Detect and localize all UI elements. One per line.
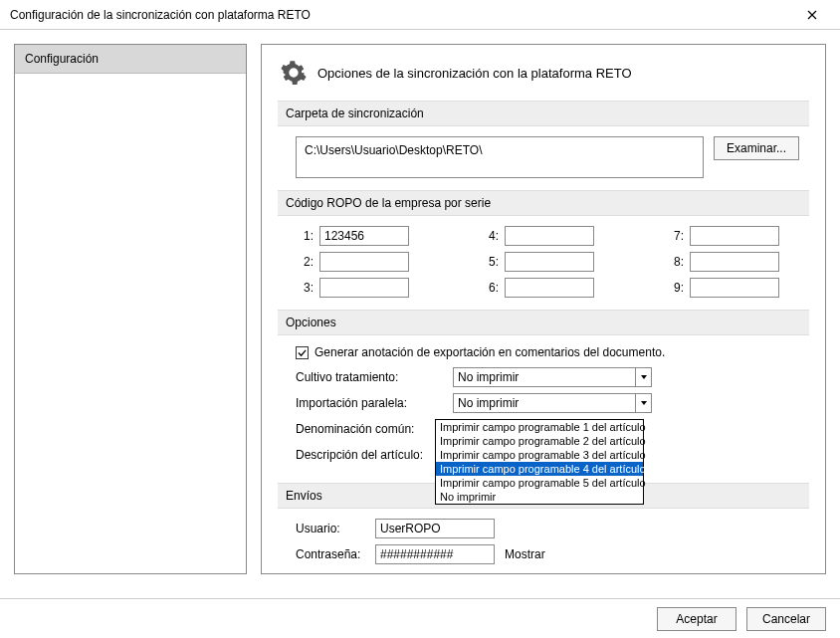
section-options: Opciones (278, 310, 809, 335)
ropo-input-6[interactable] (505, 278, 594, 298)
ropo-input-7[interactable] (690, 226, 779, 246)
ropo-label-1: 1: (296, 229, 314, 243)
input-contrasena[interactable] (375, 544, 495, 564)
sidebar: Configuración (14, 44, 247, 574)
ropo-input-4[interactable] (505, 226, 594, 246)
dropdown-item[interactable]: Imprimir campo programable 5 del artícul… (436, 476, 643, 490)
ropo-label-3: 3: (296, 281, 314, 295)
checkbox-label: Generar anotación de exportación en come… (315, 345, 665, 359)
combo-cultivo[interactable]: No imprimir (453, 367, 652, 387)
section-sync-folder: Carpeta de sincronización (278, 101, 809, 126)
ropo-input-5[interactable] (505, 252, 594, 272)
label-denominacion: Denominación común: (296, 422, 445, 436)
ropo-input-9[interactable] (690, 278, 779, 298)
ropo-input-3[interactable] (319, 278, 409, 298)
main-panel: Opciones de la sincronización con la pla… (261, 44, 826, 574)
ropo-input-2[interactable] (319, 252, 409, 272)
combo-importacion-value: No imprimir (458, 396, 519, 410)
check-icon (298, 348, 307, 357)
close-button[interactable] (792, 1, 832, 29)
ropo-label-8: 8: (666, 255, 684, 269)
dropdown-item[interactable]: Imprimir campo programable 3 del artícul… (436, 448, 643, 462)
chevron-down-icon (635, 394, 651, 412)
ropo-label-7: 7: (666, 229, 684, 243)
sidebar-item-configuracion[interactable]: Configuración (15, 45, 246, 74)
content-area: Configuración Opciones de la sincronizac… (0, 30, 840, 588)
titlebar: Configuración de la sincronización con p… (0, 0, 840, 30)
show-password-link[interactable]: Mostrar (505, 547, 545, 561)
checkbox-box (296, 346, 309, 359)
checkbox-generate-annotation[interactable]: Generar anotación de exportación en come… (296, 345, 665, 359)
ropo-label-9: 9: (666, 281, 684, 295)
input-usuario[interactable] (375, 519, 495, 538)
ropo-input-1[interactable] (319, 226, 409, 246)
combo-cultivo-value: No imprimir (458, 370, 519, 384)
ropo-label-4: 4: (481, 229, 499, 243)
dropdown-item[interactable]: Imprimir campo programable 1 del artícul… (436, 420, 643, 434)
label-importacion: Importación paralela: (296, 396, 445, 410)
panel-title: Opciones de la sincronización con la pla… (317, 66, 632, 81)
sidebar-item-label: Configuración (25, 52, 99, 66)
cancel-button[interactable]: Cancelar (746, 607, 826, 631)
section-ropo: Código ROPO de la empresa por serie (278, 190, 809, 216)
label-cultivo: Cultivo tratamiento: (296, 370, 445, 384)
browse-button[interactable]: Examinar... (714, 136, 799, 160)
combo-importacion[interactable]: No imprimir (453, 393, 652, 413)
label-contrasena: Contraseña: (296, 547, 365, 561)
chevron-down-icon (635, 368, 651, 386)
ropo-input-8[interactable] (690, 252, 779, 272)
label-usuario: Usuario: (296, 522, 365, 535)
panel-header: Opciones de la sincronización con la pla… (280, 59, 809, 87)
ropo-label-2: 2: (296, 255, 314, 269)
window-title: Configuración de la sincronización con p… (10, 8, 311, 22)
footer: Aceptar Cancelar (0, 598, 840, 638)
ropo-label-5: 5: (481, 255, 499, 269)
close-icon (807, 10, 817, 20)
dropdown-item[interactable]: Imprimir campo programable 2 del artícul… (436, 434, 643, 448)
dropdown-item[interactable]: Imprimir campo programable 4 del artícul… (436, 462, 643, 476)
label-descripcion: Descripción del artículo: (296, 448, 445, 462)
gear-icon (280, 59, 308, 87)
dropdown-item[interactable]: No imprimir (436, 490, 643, 504)
ropo-grid: 1: 4: 7: 2: 5: 8: 3: 6: (296, 226, 799, 298)
sync-path-display: C:\Users\Usuario\Desktop\RETO\ (296, 136, 704, 178)
ok-button[interactable]: Aceptar (657, 607, 736, 631)
ropo-label-6: 6: (481, 281, 499, 295)
dropdown-list[interactable]: Imprimir campo programable 1 del artícul… (435, 419, 644, 505)
